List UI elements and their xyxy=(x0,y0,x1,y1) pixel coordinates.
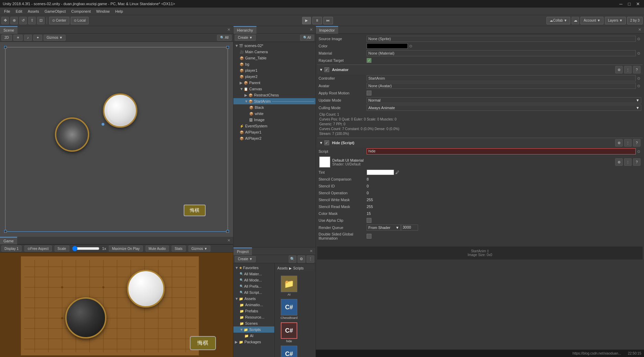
project-all-prefabs[interactable]: 🔍 All Prefa... xyxy=(233,283,274,289)
color-swatch[interactable] xyxy=(367,43,408,49)
project-scripts[interactable]: ▼ 📁 Scripts xyxy=(233,326,274,333)
controller-field[interactable]: StartAnim xyxy=(367,75,636,81)
display-btn[interactable]: Display 1 xyxy=(1,245,22,252)
double-sided-checkbox[interactable] xyxy=(367,234,371,239)
scene-search[interactable]: 🔍 All xyxy=(217,35,232,41)
apply-root-motion-checkbox[interactable] xyxy=(367,91,371,95)
avatar-pin[interactable]: ⊙ xyxy=(636,83,641,89)
material-pin[interactable]: ⊙ xyxy=(636,50,641,56)
menu-edit[interactable]: Edit xyxy=(13,9,25,14)
collab-btn[interactable]: ☁ Collab ▼ xyxy=(547,17,570,24)
project-assets-root[interactable]: ▼ 📁 Assets xyxy=(233,296,274,302)
project-all-scripts[interactable]: 🔍 All Script... xyxy=(233,289,274,296)
culling-mode-dropdown[interactable]: Always Animate ▼ xyxy=(367,105,641,111)
animator-help-btn[interactable]: ? xyxy=(633,66,641,73)
hierarchy-white[interactable]: 📦 white xyxy=(233,111,315,117)
maximize-play-btn[interactable]: Maximize On Play xyxy=(109,245,143,252)
hierarchy-player2[interactable]: 📦 player2 xyxy=(233,73,315,80)
animator-header[interactable]: ▼ ✓ Animator ⚙ ⋮ ? xyxy=(317,65,643,74)
layout-btn[interactable]: 2 by 3 xyxy=(627,17,643,24)
hierarchy-restract-chess[interactable]: ▶ 📦 RestractChess xyxy=(233,92,315,98)
game-tab[interactable]: Game xyxy=(0,237,17,244)
render-queue-value[interactable]: 3000 xyxy=(401,224,418,231)
project-icon-hide[interactable]: C# hide xyxy=(279,322,299,343)
project-icon-ai[interactable]: 📁 AI xyxy=(279,276,299,296)
scene-light-btn[interactable]: ☀ xyxy=(13,35,23,41)
project-favorites[interactable]: ▼ ★ Favorites xyxy=(233,265,274,271)
transform-btn-rect[interactable]: ⊡ xyxy=(37,17,45,24)
tint-eyedropper[interactable]: 🖊 xyxy=(395,170,399,174)
menu-assets[interactable]: Assets xyxy=(25,9,42,14)
scene-tab[interactable]: Scene xyxy=(0,26,18,34)
inspector-tab[interactable]: Inspector xyxy=(316,26,338,34)
transform-btn-scale[interactable]: ⇧ xyxy=(28,17,36,24)
project-more-btn[interactable]: ⋮ xyxy=(307,255,314,263)
animator-settings-btn[interactable]: ⚙ xyxy=(615,66,623,73)
hide-script-header[interactable]: ▼ ✓ Hide (Script) ⚙ ⋮ ? xyxy=(317,138,643,148)
project-search-btn[interactable]: 🔍 xyxy=(289,255,296,263)
aspect-btn[interactable]: ⊙ Free Aspect xyxy=(24,245,51,252)
scale-slider[interactable] xyxy=(72,246,100,251)
animator-enabled-checkbox[interactable]: ✓ xyxy=(324,67,329,72)
script-field[interactable]: hide xyxy=(367,148,636,154)
hierarchy-scene-root[interactable]: ▼ 🎬 scenes-02* xyxy=(233,43,315,49)
project-settings-btn[interactable]: ⚙ xyxy=(298,255,305,263)
transform-btn-rotate[interactable]: ↺ xyxy=(19,17,27,24)
transform-btn-hand[interactable]: ✥ xyxy=(1,17,9,24)
project-scenes[interactable]: 📁 Scenes xyxy=(233,320,274,326)
hide-script-enabled-checkbox[interactable]: ✓ xyxy=(324,140,329,145)
source-image-field[interactable]: None (Sprite) xyxy=(367,36,636,42)
avatar-field[interactable]: None (Avatar) xyxy=(367,83,636,89)
hide-script-settings-btn[interactable]: ⚙ xyxy=(615,139,623,147)
project-create-btn[interactable]: Create ▼ xyxy=(235,256,256,262)
menu-component[interactable]: Component xyxy=(68,9,93,14)
material-preview[interactable] xyxy=(319,157,330,168)
project-icon-player[interactable]: C# Player xyxy=(279,346,299,357)
game-canvas[interactable]: 悔棋 xyxy=(0,253,233,357)
use-alpha-clip-checkbox[interactable] xyxy=(367,218,371,223)
project-packages[interactable]: ▶ 📁 Packages xyxy=(233,339,274,345)
project-all-models[interactable]: 🔍 All Mode... xyxy=(233,277,274,283)
hierarchy-black[interactable]: 📦 Black xyxy=(233,104,315,111)
material-more-btn[interactable]: ⋮ xyxy=(624,158,632,166)
game-gizmos-btn[interactable]: Gizmos ▼ xyxy=(188,245,211,252)
stats-btn[interactable]: Stats xyxy=(172,245,186,252)
mute-audio-btn[interactable]: Mute Audio xyxy=(146,245,169,252)
hierarchy-search-btn[interactable]: 🔍All xyxy=(300,35,314,41)
material-field[interactable]: None (Material) xyxy=(367,50,636,56)
hide-script-help-btn[interactable]: ? xyxy=(633,139,641,147)
project-resources[interactable]: 📁 Resource... xyxy=(233,314,274,320)
account-btn[interactable]: Account ▼ xyxy=(580,17,603,24)
project-animations[interactable]: 📁 Animatio... xyxy=(233,302,274,308)
color-pin[interactable]: ⊙ xyxy=(408,43,413,49)
project-ai-folder[interactable]: 📁 AI xyxy=(233,333,274,339)
project-all-materials[interactable]: 🔍 All Mater... xyxy=(233,271,274,277)
tint-swatch[interactable] xyxy=(367,170,394,175)
hierarchy-game-table[interactable]: 📦 Game_Table xyxy=(233,55,315,61)
raycast-target-checkbox[interactable]: ✓ xyxy=(367,58,371,63)
project-close[interactable]: ✕ xyxy=(307,248,315,254)
hierarchy-close[interactable]: ✕ xyxy=(307,27,315,33)
menu-window[interactable]: Window xyxy=(93,9,112,14)
menu-help[interactable]: Help xyxy=(112,9,126,14)
play-btn[interactable]: ▶ xyxy=(302,17,311,24)
local-toggle[interactable]: ⊙ Local xyxy=(71,17,89,24)
controller-pin[interactable]: ⊙ xyxy=(636,76,641,81)
hide-script-more-btn[interactable]: ⋮ xyxy=(624,139,632,147)
close-btn[interactable]: ✕ xyxy=(635,1,641,7)
menu-file[interactable]: File xyxy=(1,9,13,14)
pause-btn[interactable]: ⏸ xyxy=(312,17,322,24)
material-settings-btn[interactable]: ⚙ xyxy=(615,158,623,166)
hierarchy-start-anim[interactable]: ▼ 📦 StartAnim xyxy=(233,98,315,104)
project-prefabs[interactable]: 📁 Prefabs xyxy=(233,308,274,314)
hierarchy-parent[interactable]: ▶ 📦 Parent xyxy=(233,80,315,86)
hierarchy-ai-player1[interactable]: 📦 AIPlayer1 xyxy=(233,129,315,135)
hierarchy-create-btn[interactable]: Create ▼ xyxy=(235,35,256,41)
gizmos-btn[interactable]: Gizmos ▼ xyxy=(44,35,66,41)
project-icon-chessboard[interactable]: C# ChessBoard xyxy=(279,299,299,320)
scene-2d-btn[interactable]: 2D xyxy=(1,35,12,41)
hierarchy-tab[interactable]: Hierarchy xyxy=(233,26,256,34)
regret-button-game[interactable]: 悔棋 xyxy=(190,336,216,350)
hierarchy-player1[interactable]: 📦 player1 xyxy=(233,67,315,73)
transform-btn-move[interactable]: ⊕ xyxy=(10,17,18,24)
